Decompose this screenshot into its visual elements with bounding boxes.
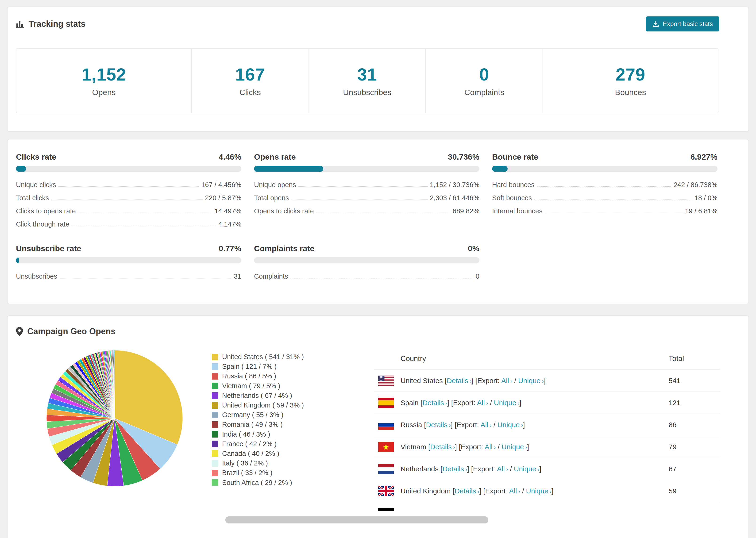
legend-item[interactable]: Romania ( 49 / 3% ) xyxy=(212,420,304,429)
chevron-right-icon: › xyxy=(465,466,467,472)
opens-rate-title: Opens rate xyxy=(254,151,296,163)
legend-item[interactable]: Russia ( 86 / 5% ) xyxy=(212,371,304,381)
rates-grid: Clicks rate 4.46% Unique clicks167 / 4.4… xyxy=(8,139,748,280)
stat-row-value: 0 xyxy=(476,273,479,280)
stat-row-label: Unique opens xyxy=(254,181,296,189)
geo-pie-legend: United States ( 541 / 31% )Spain ( 121 /… xyxy=(212,352,304,488)
stat-row-label: Clicks to opens rate xyxy=(16,207,76,215)
export-all-link[interactable]: All xyxy=(477,399,485,406)
details-link[interactable]: Details xyxy=(447,377,468,385)
legend-swatch xyxy=(212,363,218,370)
legend-swatch xyxy=(212,354,218,360)
column-header-country: Country xyxy=(401,354,669,363)
country-flag-icon xyxy=(378,486,394,496)
legend-item[interactable]: Germany ( 55 / 3% ) xyxy=(212,410,304,420)
bounce-rate-value: 6.927% xyxy=(690,151,718,163)
stat-row: Click through rate4.147% xyxy=(16,215,242,228)
stat-row: Total clicks220 / 5.87% xyxy=(16,189,242,202)
stat-row-value: 31 xyxy=(234,273,242,280)
stat-opens-label: Opens xyxy=(92,88,116,97)
export-basic-stats-button[interactable]: Export basic stats xyxy=(646,17,719,31)
stat-row-value: 19 / 6.81% xyxy=(685,207,718,215)
stat-row: Opens to clicks rate689.82% xyxy=(254,202,479,215)
legend-item[interactable]: India ( 46 / 3% ) xyxy=(212,430,304,439)
export-all-link[interactable]: All xyxy=(485,443,492,451)
details-link[interactable]: Details xyxy=(426,421,448,429)
tracking-stats-card: Tracking stats Export basic stats 1,152 … xyxy=(7,7,749,132)
stat-opens: 1,152 Opens xyxy=(17,49,192,113)
details-link[interactable]: Details xyxy=(430,443,452,451)
legend-swatch xyxy=(212,441,218,447)
stat-row-value: 2,303 / 61.446% xyxy=(430,194,479,202)
legend-item[interactable]: Italy ( 36 / 2% ) xyxy=(212,458,304,468)
stat-row: Soft bounces18 / 0% xyxy=(492,189,718,202)
chevron-right-icon: › xyxy=(542,378,544,384)
details-link[interactable]: Details xyxy=(442,465,464,473)
country-name: Spain xyxy=(401,399,419,406)
export-unique-link[interactable]: Unique xyxy=(502,443,524,451)
stat-unsubscribes-value: 31 xyxy=(357,65,377,84)
legend-item[interactable]: South Africa ( 29 / 2% ) xyxy=(212,478,304,487)
stat-row: Complaints0 xyxy=(254,267,479,280)
country-total: 67 xyxy=(669,465,720,473)
stat-bounces-value: 279 xyxy=(616,65,645,84)
legend-item[interactable]: Brazil ( 33 / 2% ) xyxy=(212,468,304,478)
country-flag-icon xyxy=(378,398,394,408)
country-name: Vietnam xyxy=(401,443,426,451)
stat-row-value: 242 / 86.738% xyxy=(674,181,718,189)
export-label: Export: xyxy=(453,399,475,406)
floating-scrollbar-track xyxy=(8,511,748,538)
stat-row-label: Unique clicks xyxy=(16,181,56,189)
export-unique-link[interactable]: Unique xyxy=(526,487,548,495)
export-unique-link[interactable]: Unique xyxy=(498,421,520,429)
table-row: United Kingdom [Details›] [Export: All› … xyxy=(374,480,720,502)
table-row: Spain [Details›] [Export: All› / Unique›… xyxy=(374,392,720,414)
export-unique-link[interactable]: Unique xyxy=(518,377,540,385)
legend-label: South Africa ( 29 / 2% ) xyxy=(222,479,292,487)
export-all-link[interactable]: All xyxy=(509,487,517,495)
stat-unsubscribes: 31 Unsubscribes xyxy=(309,49,426,113)
export-unique-link[interactable]: Unique xyxy=(494,399,516,406)
export-all-link[interactable]: All xyxy=(501,377,509,385)
clicks-rate-progress-bar xyxy=(16,166,242,172)
export-unique-link[interactable]: Unique xyxy=(514,465,536,473)
details-link[interactable]: Details xyxy=(422,399,444,406)
legend-swatch xyxy=(212,470,218,476)
chevron-right-icon: › xyxy=(525,444,527,451)
legend-item[interactable]: Vietnam ( 79 / 5% ) xyxy=(212,381,304,391)
chevron-right-icon: › xyxy=(445,400,447,406)
legend-item[interactable]: United States ( 541 / 31% ) xyxy=(212,352,304,362)
tracking-stats-title: Tracking stats xyxy=(16,18,85,30)
legend-swatch xyxy=(212,421,218,428)
stat-row-value: 4.147% xyxy=(218,220,242,228)
legend-swatch xyxy=(212,450,218,457)
unsubscribe-rate-progress-bar xyxy=(16,257,242,263)
complaints-rate-title: Complaints rate xyxy=(254,242,314,254)
stat-row-value: 689.82% xyxy=(453,207,480,215)
stat-complaints-label: Complaints xyxy=(464,88,504,97)
export-all-link[interactable]: All xyxy=(481,421,488,429)
stat-row-label: Unsubscribes xyxy=(16,273,57,280)
legend-label: Russia ( 86 / 5% ) xyxy=(222,372,276,380)
legend-item[interactable]: Netherlands ( 67 / 4% ) xyxy=(212,391,304,401)
legend-item[interactable]: Canada ( 40 / 2% ) xyxy=(212,449,304,458)
details-link[interactable]: Details xyxy=(455,487,476,495)
export-all-link[interactable]: All xyxy=(497,465,505,473)
country-total: 59 xyxy=(669,487,720,495)
opens-rate-section: Opens rate 30.736% Unique opens1,152 / 3… xyxy=(254,151,479,228)
legend-item[interactable]: United Kingdom ( 59 / 3% ) xyxy=(212,401,304,410)
chevron-right-icon: › xyxy=(449,422,451,428)
horizontal-scrollbar-thumb[interactable] xyxy=(225,516,488,523)
legend-item[interactable]: Spain ( 121 / 7% ) xyxy=(212,362,304,371)
chevron-right-icon: › xyxy=(518,488,520,495)
legend-item[interactable]: France ( 42 / 2% ) xyxy=(212,439,304,449)
stat-opens-value: 1,152 xyxy=(81,65,126,84)
campaign-geo-opens-card: Campaign Geo Opens United States ( 541 /… xyxy=(7,315,749,538)
stat-row-label: Complaints xyxy=(254,273,288,280)
country-total: 86 xyxy=(669,421,720,429)
geo-pie-chart[interactable] xyxy=(45,349,184,488)
stat-unsubscribes-label: Unsubscribes xyxy=(343,88,391,97)
country-total: 121 xyxy=(669,399,720,407)
country-flag-icon xyxy=(378,442,394,452)
stat-row: Unique opens1,152 / 30.736% xyxy=(254,176,479,189)
